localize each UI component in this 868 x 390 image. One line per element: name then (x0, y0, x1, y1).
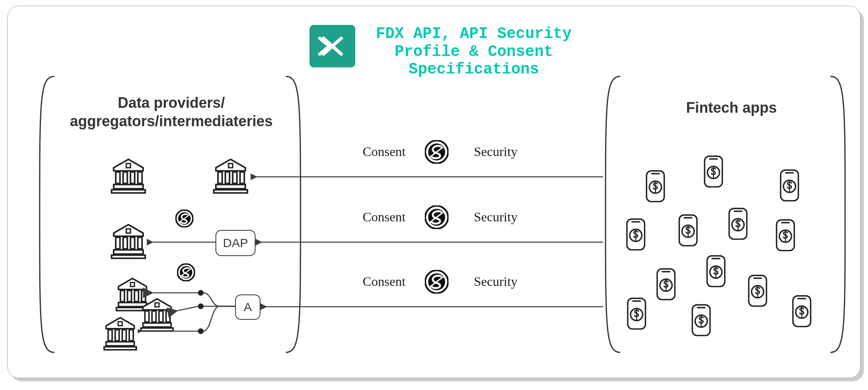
phone-app-icon (645, 169, 666, 203)
flow-consent-label: Consent (363, 274, 406, 289)
right-panel-heading: Fintech apps (641, 98, 821, 117)
phone-app-icon (747, 274, 768, 308)
flow-arrow-2 (256, 236, 606, 248)
api-badge-icon (425, 205, 449, 229)
phone-app-icon (779, 169, 800, 202)
api-badge-icon (425, 270, 449, 294)
svg-line-26 (177, 306, 198, 311)
flow-security-label: Security (474, 209, 518, 225)
api-badge-icon (425, 140, 449, 164)
phone-app-icon (705, 254, 727, 288)
phone-app-icon (691, 303, 712, 337)
svg-point-24 (198, 328, 204, 334)
fdx-logo-icon (310, 25, 355, 67)
phone-app-icon (626, 297, 647, 330)
left-heading-line-1: Data providers/ (57, 94, 286, 112)
diagram-canvas: FDX API, API Security Profile & Consent … (0, 0, 868, 390)
phone-app-icon (727, 207, 749, 241)
left-panel-open-bracket (36, 76, 55, 353)
dap-node: DAP (215, 230, 256, 256)
connector-aggregator-to-banks (138, 283, 240, 344)
flow-consent-label: Consent (363, 144, 406, 159)
left-panel-heading: Data providers/ aggregators/intermediate… (57, 94, 286, 130)
bank-icon (110, 157, 147, 194)
phone-app-icon (775, 218, 796, 252)
connector-dap-to-bank (147, 237, 217, 247)
svg-point-22 (198, 290, 204, 296)
flow-security-label: Security (474, 274, 518, 289)
flow-consent-label: Consent (363, 209, 406, 225)
title-line-2: Profile & Consent (363, 43, 584, 61)
flow-security-label: Security (474, 144, 518, 159)
phone-app-icon (703, 155, 724, 188)
api-badge-icon (175, 209, 193, 227)
phone-app-icon (791, 294, 812, 328)
title-line-3: Specifications (363, 60, 584, 78)
phone-app-icon (677, 214, 699, 247)
left-heading-line-2: aggregators/intermediateries (57, 112, 286, 130)
phone-app-icon (625, 218, 646, 251)
phone-app-icon (655, 267, 677, 301)
title-line-1: FDX API, API Security (363, 25, 584, 43)
flow-arrow-3 (260, 301, 606, 312)
flow-arrow-1 (251, 171, 606, 183)
bank-icon (103, 316, 138, 351)
api-badge-icon (177, 263, 195, 281)
right-panel-close-bracket (830, 76, 849, 353)
diagram-card: FDX API, API Security Profile & Consent … (7, 6, 861, 378)
bank-icon (110, 223, 147, 259)
page-title: FDX API, API Security Profile & Consent … (363, 25, 584, 78)
svg-point-23 (198, 303, 204, 309)
bank-icon (212, 157, 249, 194)
